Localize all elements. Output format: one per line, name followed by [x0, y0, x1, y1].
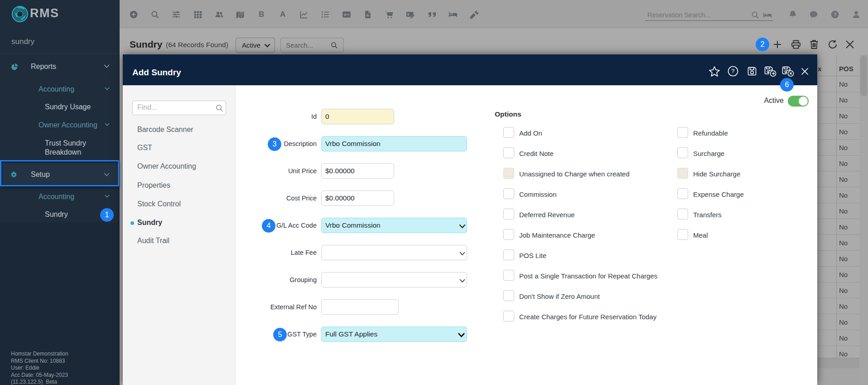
svg-text:C: C [767, 69, 770, 74]
svg-text:C: C [784, 69, 787, 74]
svg-text:?: ? [731, 68, 734, 74]
